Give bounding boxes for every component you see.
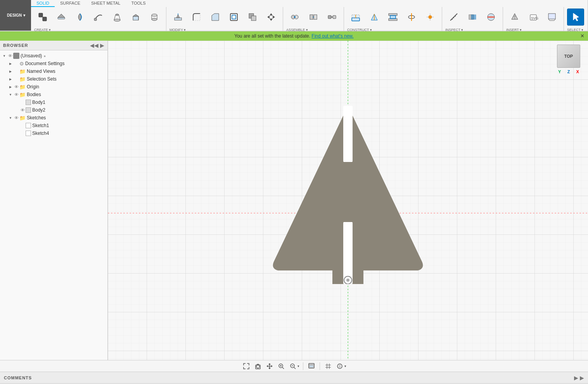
tree-label-sketches: Sketches <box>27 115 46 121</box>
canvas-area[interactable]: TOP Y Z X <box>108 41 588 360</box>
offset-plane-btn[interactable] <box>347 9 364 26</box>
notification-link[interactable]: Find out what's new. <box>311 33 353 39</box>
rigid-group-btn[interactable] <box>323 9 341 26</box>
plane-at-angle-btn[interactable] <box>366 9 383 26</box>
tree-item-origin[interactable]: 👁 📁 Origin <box>0 83 107 91</box>
tree-label-origin: Origin <box>27 84 39 90</box>
insert-mesh-btn[interactable] <box>506 9 523 26</box>
box-btn[interactable] <box>127 9 144 26</box>
camera-btn[interactable] <box>253 362 263 371</box>
tree-arrow-origin[interactable] <box>8 84 13 90</box>
tree-item-sketch1[interactable]: 👁 Sketch1 <box>0 122 107 129</box>
tab-sheet-metal[interactable]: SHEET METAL <box>86 0 126 7</box>
appearance-dropdown[interactable]: ▾ <box>344 364 346 368</box>
tree-item-sketches[interactable]: 👁 📁 Sketches <box>0 114 107 122</box>
svg-point-60 <box>488 16 495 18</box>
svg-point-79 <box>256 365 259 368</box>
tree-item-root[interactable]: 👁 (Unsaved) ● <box>0 52 107 60</box>
revolve-btn[interactable] <box>71 9 88 26</box>
tree-eye-sketch1: 👁 <box>19 122 26 129</box>
tree-arrow-named-views[interactable] <box>8 69 13 74</box>
bottom-toolbar: ▾ ▾ <box>0 360 588 372</box>
svg-point-14 <box>152 14 157 16</box>
select-icons <box>564 7 587 27</box>
cylinder-btn[interactable] <box>146 9 163 26</box>
tree-arrow-root[interactable] <box>2 53 7 59</box>
tree-item-named-views[interactable]: 👁 📁 Named Views <box>0 67 107 75</box>
notification-close[interactable]: × <box>581 33 584 40</box>
design-arrow: ▾ <box>23 13 25 17</box>
tab-solid[interactable]: SOLID <box>31 0 55 7</box>
tree-item-sketch4[interactable]: 👁 Sketch4 <box>0 129 107 137</box>
new-component-btn[interactable] <box>34 9 51 26</box>
tree-item-bodies[interactable]: 👁 📁 Bodies <box>0 91 107 98</box>
joint-btn[interactable] <box>286 9 303 26</box>
browser-collapse-btn[interactable]: ◀◀ <box>90 42 99 48</box>
browser-expand-btn[interactable]: ▶ <box>100 42 104 48</box>
body-icon-body2 <box>26 107 31 113</box>
tree-eye-bodies[interactable]: 👁 <box>13 91 19 98</box>
as-built-joint-btn[interactable] <box>305 9 322 26</box>
svg-rect-37 <box>352 18 360 21</box>
extrude-btn[interactable] <box>53 9 70 26</box>
tree-eye-body2[interactable]: 👁 <box>19 107 26 113</box>
shell-btn[interactable] <box>225 9 242 26</box>
point-btn[interactable] <box>422 9 439 26</box>
zoom-fit-btn[interactable] <box>277 362 286 371</box>
appearance-btn[interactable]: ▾ <box>335 362 346 371</box>
toolbar-tabs: SOLID SURFACE SHEET METAL TOOLS <box>31 0 588 7</box>
tree-eye-root[interactable]: 👁 <box>7 53 13 59</box>
create-group: CREATE ▾ <box>31 7 166 33</box>
tab-tools[interactable]: TOOLS <box>126 0 151 7</box>
measure-btn[interactable] <box>445 9 462 26</box>
pan-btn[interactable] <box>265 362 274 371</box>
view-cube-face[interactable]: TOP <box>557 45 580 68</box>
tree-label-named-views: Named Views <box>27 69 55 74</box>
interference-btn[interactable] <box>464 9 481 26</box>
browser-actions: ◀◀ ▶ <box>90 42 104 48</box>
toolbar: DESIGN ▾ SOLID SURFACE SHEET METAL TOOLS <box>0 0 588 31</box>
tree-item-selection-sets[interactable]: 👁 📁 Selection Sets <box>0 75 107 83</box>
tree-arrow-bodies[interactable] <box>8 92 13 97</box>
tree-item-doc-settings[interactable]: 👁 ⚙ Document Settings <box>0 60 107 67</box>
comments-expand-btn[interactable]: ▶ <box>574 375 578 381</box>
tree-arrow-doc-settings[interactable] <box>8 61 13 66</box>
fit-view-btn[interactable] <box>242 362 251 371</box>
zoom-window-btn[interactable]: ▾ <box>288 362 299 371</box>
svg-marker-4 <box>58 14 65 17</box>
combine-btn[interactable] <box>244 9 261 26</box>
display-btn[interactable] <box>307 362 316 371</box>
sweep-btn[interactable] <box>90 9 107 26</box>
tree-arrow-sketches[interactable] <box>8 115 13 121</box>
chamfer-btn[interactable] <box>207 9 224 26</box>
zoom-dropdown-arrow[interactable]: ▾ <box>297 364 299 368</box>
press-pull-btn[interactable] <box>169 9 187 26</box>
tree-label-sketch4: Sketch4 <box>32 131 49 136</box>
grid-btn[interactable] <box>323 362 333 371</box>
midplane-btn[interactable] <box>384 9 401 26</box>
axis-btn[interactable] <box>403 9 420 26</box>
axis-x-label: X <box>576 69 579 74</box>
move-btn[interactable] <box>263 9 280 26</box>
insert-svg-btn[interactable]: SVG <box>525 9 542 26</box>
section-analysis-btn[interactable] <box>483 9 500 26</box>
tab-surface[interactable]: SURFACE <box>55 0 86 7</box>
comments-collapse-btn[interactable]: ▶ <box>580 375 584 381</box>
canvas-btn[interactable] <box>543 9 560 26</box>
svg-text:SVG: SVG <box>531 16 538 20</box>
svg-marker-25 <box>270 19 273 21</box>
tree-item-body1[interactable]: 👁 Body1 <box>0 98 107 106</box>
tree-item-body2[interactable]: 👁 Body2 <box>0 106 107 114</box>
tree-eye-origin[interactable]: 👁 <box>13 84 19 90</box>
svg-rect-32 <box>314 15 317 19</box>
design-button[interactable]: DESIGN ▾ <box>0 0 31 31</box>
svg-marker-27 <box>273 15 275 19</box>
comments-title: COMMENTS <box>4 375 572 380</box>
tree-arrow-selection-sets[interactable] <box>8 76 13 82</box>
select-btn[interactable] <box>567 9 584 26</box>
create-section: SOLID SURFACE SHEET METAL TOOLS <box>31 0 588 31</box>
loft-btn[interactable] <box>109 9 126 26</box>
fillet-btn[interactable] <box>188 9 205 26</box>
svg-line-67 <box>548 19 550 21</box>
tree-eye-sketches[interactable]: 👁 <box>13 115 19 121</box>
